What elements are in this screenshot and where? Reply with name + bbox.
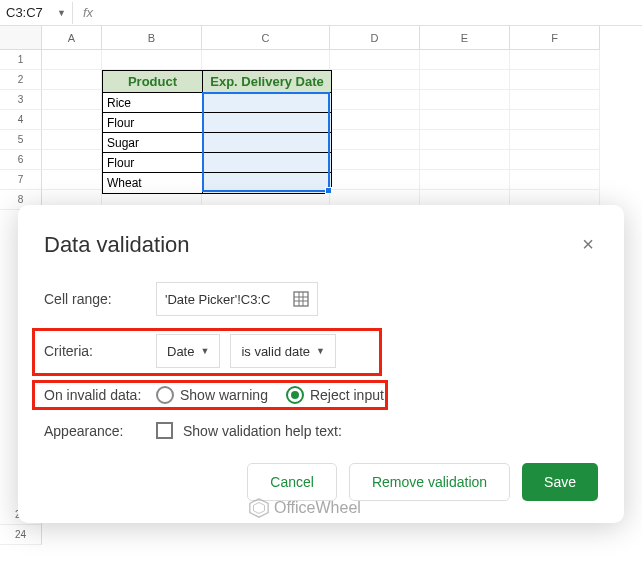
grid-select-icon[interactable]: [293, 291, 309, 307]
table-cell[interactable]: Wheat: [103, 173, 203, 193]
row-header[interactable]: 1: [0, 50, 42, 70]
col-header[interactable]: D: [330, 26, 420, 50]
table-cell[interactable]: [203, 113, 331, 133]
row-header[interactable]: 5: [0, 130, 42, 150]
help-text-checkbox[interactable]: [156, 422, 173, 439]
fx-label: fx: [72, 2, 103, 24]
svg-rect-0: [294, 292, 308, 306]
chevron-down-icon: ▼: [57, 8, 66, 18]
table-cell[interactable]: [203, 133, 331, 153]
col-header[interactable]: E: [420, 26, 510, 50]
table-header-product: Product: [103, 71, 203, 93]
row-header[interactable]: 24: [0, 525, 42, 545]
save-button[interactable]: Save: [522, 463, 598, 501]
cell-range-value: 'Date Picker'!C3:C: [165, 292, 270, 307]
table-header-date: Exp. Delivery Date: [203, 71, 331, 93]
table-cell[interactable]: Flour: [103, 153, 203, 173]
formula-bar-row: C3:C7 ▼ fx: [0, 0, 642, 26]
table-cell[interactable]: Rice: [103, 93, 203, 113]
annotation-highlight: [32, 328, 382, 376]
cell-range-label: Cell range:: [44, 291, 156, 307]
col-header[interactable]: B: [102, 26, 202, 50]
cancel-button[interactable]: Cancel: [247, 463, 337, 501]
row-header[interactable]: 4: [0, 110, 42, 130]
spreadsheet-area: 1 2 3 4 5 6 7 8 A B C D E F Pro: [0, 26, 642, 210]
column-headers: A B C D E F: [42, 26, 642, 50]
cells-area[interactable]: Product Exp. Delivery Date Rice Flour Su…: [42, 50, 642, 210]
col-header[interactable]: A: [42, 26, 102, 50]
annotation-highlight: [32, 380, 388, 410]
appearance-label: Appearance:: [44, 423, 156, 439]
table-cell[interactable]: Flour: [103, 113, 203, 133]
formula-input[interactable]: [103, 2, 642, 24]
select-all-corner[interactable]: [0, 26, 42, 50]
col-header[interactable]: C: [202, 26, 330, 50]
name-box-value: C3:C7: [6, 5, 43, 20]
col-header[interactable]: F: [510, 26, 600, 50]
table-cell[interactable]: [203, 153, 331, 173]
row-header[interactable]: 2: [0, 70, 42, 90]
cell-range-input[interactable]: 'Date Picker'!C3:C: [156, 282, 318, 316]
help-text-label: Show validation help text:: [183, 423, 342, 439]
row-header[interactable]: 6: [0, 150, 42, 170]
data-table: Product Exp. Delivery Date Rice Flour Su…: [102, 70, 332, 194]
table-cell[interactable]: [203, 173, 331, 193]
remove-validation-button[interactable]: Remove validation: [349, 463, 510, 501]
close-icon[interactable]: ×: [578, 229, 598, 260]
dialog-title: Data validation: [44, 232, 190, 258]
row-header[interactable]: 3: [0, 90, 42, 110]
row-header[interactable]: 7: [0, 170, 42, 190]
row-headers: 1 2 3 4 5 6 7 8: [0, 26, 42, 210]
table-cell[interactable]: Sugar: [103, 133, 203, 153]
name-box[interactable]: C3:C7 ▼: [0, 2, 72, 24]
table-cell[interactable]: [203, 93, 331, 113]
